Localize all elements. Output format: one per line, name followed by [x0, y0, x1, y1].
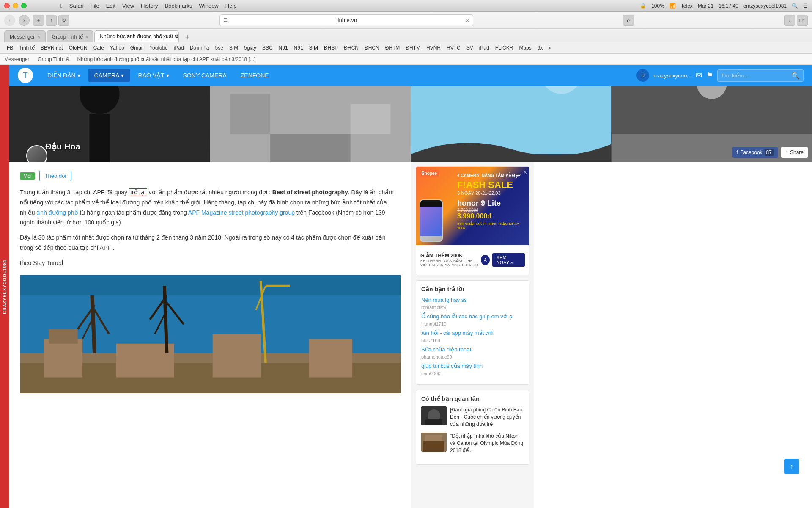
bookmark-cafe[interactable]: Cafe	[91, 44, 107, 52]
tab-group[interactable]: Group Tinh tế ×	[47, 30, 93, 42]
shopee-logo[interactable]: Shopee	[420, 170, 439, 177]
share-icon: ↑	[785, 149, 788, 155]
close-button[interactable]	[4, 3, 10, 8]
bookmark-sim2[interactable]: SIM	[307, 44, 321, 52]
menu-icon[interactable]: ☰	[803, 3, 808, 9]
search-icon[interactable]: 🔍	[792, 3, 798, 9]
address-bar[interactable]: ☰ tinhte.vn ×	[219, 14, 473, 26]
bookmark-tinhte[interactable]: Tinh tế	[16, 44, 37, 52]
nav-sony-camera[interactable]: SONY CAMERA	[177, 69, 233, 82]
bookmark-dhcn1[interactable]: ĐHCN	[341, 44, 361, 52]
search-box[interactable]: 🔍	[717, 69, 804, 82]
back-button[interactable]: ‹	[4, 15, 15, 26]
bookmark-ipad2[interactable]: iPad	[477, 44, 492, 52]
nav-dien-dan[interactable]: DIỄN ĐÀN ▾	[41, 69, 86, 82]
flag-icon[interactable]: ⚑	[706, 71, 713, 80]
bookmark-flickr[interactable]: FLICKR	[493, 44, 516, 52]
nav-rao-vat[interactable]: RAO VẶT ▾	[132, 69, 175, 82]
edit-menu[interactable]: Edit	[106, 3, 115, 9]
bookmark-dhtm2[interactable]: ĐHTM	[403, 44, 423, 52]
ad-honor-content: Shopee × 4 CAMERA, NÂNG TẦM VẺ Đ	[416, 167, 529, 245]
nav-camera[interactable]: CAMERA ▾	[88, 69, 130, 82]
bookmark-ssc[interactable]: SSC	[260, 44, 275, 52]
discount-text: GIẢM THÊM 200K	[420, 253, 481, 259]
question-1: Nên mua lg hay ss romanticist9	[421, 297, 524, 310]
maximize-button[interactable]	[21, 3, 27, 8]
related-title-1[interactable]: [Đánh giá phim] Chiến Binh Báo Đen - Cuộ…	[450, 406, 524, 428]
window-menu[interactable]: Window	[199, 3, 219, 9]
sale-days: 3 NGÀY 20-21-22.03	[457, 190, 525, 196]
bookmark-n91-2[interactable]: N91	[291, 44, 306, 52]
minimize-button[interactable]	[13, 3, 18, 8]
bookmark-yahoo[interactable]: Yahoo	[107, 44, 127, 52]
bookmark-dhcn2[interactable]: ĐHCN	[362, 44, 382, 52]
clear-url-button[interactable]: ×	[466, 17, 469, 24]
share-button[interactable]: ↑ Share	[781, 147, 808, 158]
bookmark-youtube[interactable]: Youtube	[147, 44, 170, 52]
bookmark-dhtm1[interactable]: ĐHTM	[383, 44, 403, 52]
traffic-lights[interactable]	[4, 3, 27, 8]
reload-button[interactable]: ↻	[58, 15, 69, 26]
question-4-text[interactable]: Sửa chữa điện thoại	[421, 346, 524, 353]
bookmark-fb[interactable]: FB	[4, 44, 16, 52]
question-5-text[interactable]: giúp tui bus của máy tính	[421, 363, 524, 369]
bookmark-sim[interactable]: SIM	[227, 44, 241, 52]
bookmark-gmail[interactable]: Gmail	[128, 44, 146, 52]
download-button[interactable]: ↓	[784, 15, 795, 26]
bookmark-maps[interactable]: Maps	[516, 44, 534, 52]
history-menu[interactable]: History	[141, 3, 158, 9]
apple-menu[interactable]: 	[60, 3, 63, 9]
mail-icon[interactable]: ✉	[696, 71, 702, 80]
view-menu[interactable]: View	[122, 3, 134, 9]
question-3-text[interactable]: Xin hỏi - cài app máy mất wifi	[421, 330, 524, 336]
right-sidebar: Shopee × 4 CAMERA, NÂNG TẦM VẺ Đ	[411, 162, 534, 508]
bookmark-9x[interactable]: 9x	[535, 44, 546, 52]
question-2-text[interactable]: Ổ cứng báo lỗi các bác giúp em với ạ	[421, 313, 524, 320]
nav-zenfone[interactable]: ZENFONE	[235, 69, 275, 82]
tab-messenger[interactable]: Messenger ×	[4, 30, 46, 42]
notif-group[interactable]: Group Tinh tế	[38, 56, 69, 62]
tab-close-icon[interactable]: ×	[37, 34, 40, 39]
share-button[interactable]: ↑	[46, 15, 57, 26]
search-icon[interactable]: 🔍	[791, 72, 800, 80]
notif-article[interactable]: Những bức ảnh đường phố xuất sắc nhất củ…	[77, 56, 808, 62]
new-tab-button[interactable]: +	[181, 33, 193, 42]
facebook-button[interactable]: f Facebook 87	[732, 147, 778, 158]
link-apf-group[interactable]: APF Magazine street photography group	[188, 209, 295, 216]
bookmark-bbvn[interactable]: BBVN.net	[38, 44, 66, 52]
bookmark-n91-1[interactable]: N91	[276, 44, 291, 52]
bookmark-5se[interactable]: 5se	[213, 44, 226, 52]
question-1-text[interactable]: Nên mua lg hay ss	[421, 297, 524, 303]
user-avatar[interactable]: U	[636, 69, 649, 82]
safari-menu[interactable]: Safari	[69, 3, 84, 9]
tab-close-icon[interactable]: ×	[85, 34, 88, 39]
bookmark-dhsp[interactable]: ĐHSP	[321, 44, 340, 52]
notif-messenger[interactable]: Messenger	[4, 56, 29, 62]
help-menu[interactable]: Help	[225, 3, 237, 9]
bookmark-hvtc[interactable]: HVTC	[444, 44, 463, 52]
search-input[interactable]	[721, 72, 789, 79]
bookmark-ipad[interactable]: iPad	[171, 44, 187, 52]
link-anh-duong-pho[interactable]: ảnh đường phố	[36, 209, 78, 216]
site-logo[interactable]: T	[18, 68, 33, 83]
share-ext-button[interactable]: □↑	[797, 15, 808, 26]
bookmark-donnha[interactable]: Dọn nhà	[187, 44, 212, 52]
tab-main[interactable]: Những bức ảnh đường phố xuất sắc nhất...…	[94, 30, 179, 42]
forward-button[interactable]: ›	[19, 15, 30, 26]
bookmark-5giay[interactable]: 5giay	[241, 44, 259, 52]
bookmark-otofun[interactable]: OtoFUN	[66, 44, 90, 52]
main-nav: DIỄN ĐÀN ▾ CAMERA ▾ RAO VẶT ▾ SONY CAMER…	[41, 69, 275, 82]
scroll-top-button[interactable]: ↑	[784, 459, 799, 474]
related-title-2[interactable]: "Đột nhập" nhà kho của Nikon và Canon tạ…	[450, 433, 524, 454]
file-menu[interactable]: File	[91, 3, 99, 9]
bookmark-more[interactable]: »	[546, 44, 554, 52]
follow-button[interactable]: Theo dõi	[39, 171, 72, 181]
home-button[interactable]: ⌂	[623, 15, 634, 26]
xem-ngay-button[interactable]: XEM NGAY »	[492, 253, 525, 267]
bookmark-hvnh[interactable]: HVNH	[424, 44, 443, 52]
bookmarks-menu[interactable]: Bookmarks	[165, 3, 192, 9]
related-item-1: [Đánh giá phim] Chiến Binh Báo Đen - Cuộ…	[421, 406, 524, 428]
bookmark-sv[interactable]: SV	[464, 44, 476, 52]
sidebar-toggle[interactable]: ⊞	[33, 15, 44, 26]
price-new: 3.990.000đ	[457, 213, 525, 220]
